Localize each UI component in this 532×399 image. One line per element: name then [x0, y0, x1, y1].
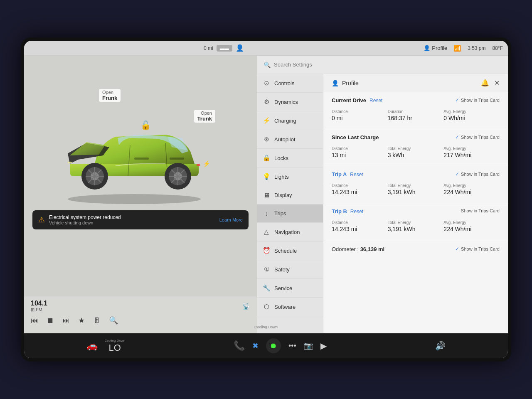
trip-a-check: ✓ [455, 171, 459, 177]
duration-value: 168:37 hr [388, 115, 444, 121]
more-button[interactable]: ••• [288, 342, 296, 350]
close-icon[interactable]: ✕ [494, 79, 500, 87]
panel-header-title: Profile [342, 80, 359, 86]
trip-b-avg-energy: Avg. Energy 224 Wh/mi [443, 218, 500, 235]
equalizer-button[interactable]: 🎚 [93, 316, 101, 325]
menu-item-navigation[interactable]: △ Navigation [257, 223, 323, 241]
menu-item-software[interactable]: ⬡ Software [257, 298, 323, 316]
ta-total-energy-label: Total Energy [388, 183, 444, 188]
cooling-status: Cooling Down [104, 339, 125, 342]
current-drive-reset[interactable]: Reset [369, 98, 382, 103]
alert-title: Electrical system power reduced [49, 214, 215, 220]
status-bar: 0 mi ▬▬ 👤 👤 Profile 📶 3:53 pm 88°F [24, 41, 508, 56]
schedule-label: Schedule [274, 248, 297, 254]
menu-item-charging[interactable]: ⚡ Charging [257, 111, 323, 130]
trips-detail-panel: 👤 Profile 🔔 ✕ Current Drive [323, 74, 508, 333]
trip-a-title: Trip A [332, 171, 347, 177]
display-icon: 🖥 [263, 192, 270, 199]
media-text: 104.1 ⊞ FM [31, 300, 47, 313]
trip-b-reset[interactable]: Reset [350, 209, 363, 214]
current-drive-distance: Distance 0 mi [332, 107, 388, 124]
duration-label: Duration [388, 109, 444, 114]
tb-distance-value: 14,243 mi [332, 226, 388, 232]
menu-item-locks[interactable]: 🔒 Locks [257, 149, 323, 167]
profile-icon: 👤 [424, 45, 430, 51]
volume-icon[interactable]: 🔊 [435, 341, 446, 351]
wrench-button[interactable]: ✖ [252, 341, 259, 350]
trip-b-header-row: Trip B Reset Show in Trips Card [332, 208, 500, 218]
locks-label: Locks [274, 155, 288, 161]
menu-item-dynamics[interactable]: ⚙ Dynamics [257, 93, 323, 111]
profile-button[interactable]: 👤 Profile [424, 45, 447, 51]
sc-distance-label: Distance [332, 146, 388, 151]
navigation-icon: △ [263, 228, 270, 236]
ta-distance-value: 14,243 mi [332, 189, 388, 195]
dynamics-label: Dynamics [274, 99, 298, 105]
phone-button[interactable]: 📞 [234, 340, 245, 351]
controls-icon: ⊙ [263, 79, 270, 87]
odometer-value: 36,139 mi [360, 246, 385, 252]
tb-distance-label: Distance [332, 220, 388, 225]
sc-distance-value: 13 mi [332, 152, 388, 158]
radio-type: ⊞ FM [31, 307, 47, 313]
menu-item-lights[interactable]: 💡 Lights [257, 167, 323, 186]
menu-item-display[interactable]: 🖥 Display [257, 186, 323, 204]
autopilot-icon: ⊛ [263, 135, 270, 143]
signal-icon: 📶 [454, 45, 461, 52]
left-panel: Open Frunk Open Trunk 🔓 [24, 56, 257, 333]
trip-a-show-trips-label: Show in Trips Card [461, 172, 500, 177]
menu-item-schedule[interactable]: ⏰ Schedule [257, 241, 323, 260]
skip-forward-button[interactable]: ⏭ [62, 316, 70, 325]
odometer-info: Odometer : 36,139 mi [332, 245, 384, 253]
odometer-show-trips[interactable]: ✓ Show in Trips Card [455, 246, 500, 252]
bell-icon[interactable]: 🔔 [481, 79, 489, 87]
trip-a-reset[interactable]: Reset [350, 172, 363, 177]
safety-label: Safety [274, 266, 290, 273]
software-icon: ⬡ [263, 303, 270, 310]
schedule-icon: ⏰ [263, 247, 270, 254]
dynamics-icon: ⚙ [263, 98, 270, 106]
trip-a-section: Trip A Reset ✓ Show in Trips Card [323, 166, 508, 203]
status-left: 0 mi ▬▬ 👤 [29, 44, 244, 52]
main-content: Open Frunk Open Trunk 🔓 [24, 56, 508, 333]
car-home-button[interactable]: 🚗 [86, 340, 98, 351]
taskbar-center: 📞 ✖ ⏺ ••• 📷 ▶ [234, 338, 327, 353]
current-drive-show-trips[interactable]: ✓ Show in Trips Card [455, 97, 500, 103]
trip-a-show-trips[interactable]: ✓ Show in Trips Card [455, 171, 500, 177]
lights-label: Lights [274, 174, 289, 180]
status-right: 👤 Profile 📶 3:53 pm 88°F [424, 45, 503, 52]
menu-item-trips[interactable]: ↕ Trips [257, 204, 323, 223]
car-visualization: ⚡ [45, 89, 232, 214]
trips-label: Trips [274, 210, 286, 217]
menu-item-autopilot[interactable]: ⊛ Autopilot [257, 130, 323, 149]
tb-avg-energy-label: Avg. Energy [443, 220, 500, 225]
menu-item-safety[interactable]: ① Safety [257, 260, 323, 279]
trip-a-header: Trip A Reset [332, 171, 363, 177]
menu-item-service[interactable]: 🔧 Service [257, 279, 323, 298]
learn-more-button[interactable]: Learn More [219, 217, 243, 222]
play-button[interactable]: ▶ [320, 341, 327, 351]
search-input[interactable] [274, 62, 501, 68]
trip-b-show-trips[interactable]: Show in Trips Card [461, 208, 500, 213]
current-drive-energy: Avg. Energy 0 Wh/mi [443, 107, 500, 124]
car-view: Open Frunk Open Trunk 🔓 [24, 56, 257, 296]
antenna-icon: 📡 [242, 302, 250, 310]
taskbar-left: 🚗 Cooling Down LO [86, 339, 125, 353]
trip-a-stats: Distance 14,243 mi Total Energy 3,191 kW… [332, 181, 500, 198]
current-drive-show-trips-label: Show in Trips Card [461, 98, 500, 103]
stop-button[interactable]: ⏹ [47, 316, 54, 325]
favorite-button[interactable]: ★ [78, 316, 85, 325]
camera-button[interactable]: 📷 [304, 341, 313, 350]
current-drive-title: Current Drive [332, 97, 366, 103]
menu-item-controls[interactable]: ⊙ Controls [257, 74, 323, 93]
media-circle-button[interactable]: ⏺ [266, 338, 281, 353]
settings-content: ⊙ Controls ⚙ Dynamics ⚡ Charging ⊛ [257, 74, 508, 333]
skip-back-button[interactable]: ⏮ [31, 316, 38, 325]
search-media-button[interactable]: 🔍 [109, 316, 118, 325]
since-charge-energy: Total Energy 3 kWh [388, 144, 444, 161]
since-charge-show-trips[interactable]: ✓ Show in Trips Card [455, 134, 500, 140]
settings-menu: ⊙ Controls ⚙ Dynamics ⚡ Charging ⊛ [257, 74, 323, 333]
ta-distance-label: Distance [332, 183, 388, 188]
taskbar-right: 🔊 [435, 341, 446, 351]
svg-rect-19 [68, 162, 72, 163]
